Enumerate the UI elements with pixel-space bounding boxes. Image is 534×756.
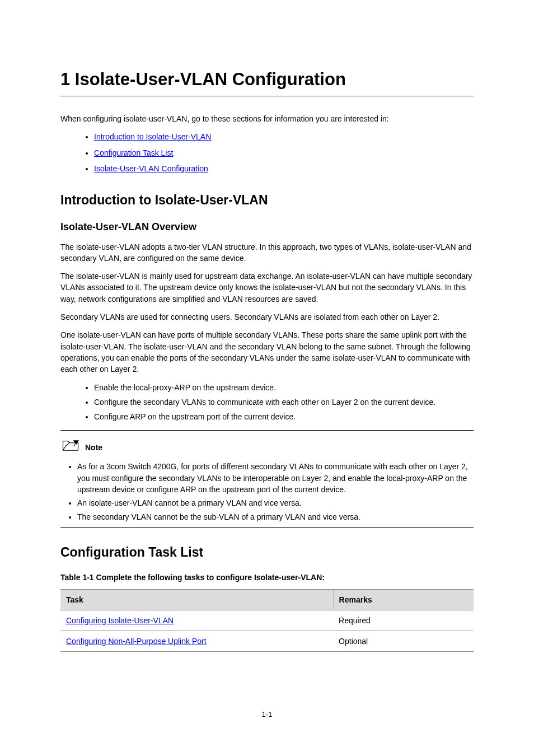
section-heading-tasklist: Configuration Task List (60, 543, 474, 562)
table-caption: Table 1-1 Complete the following tasks t… (60, 572, 474, 583)
table-header-row: Task Remarks (60, 589, 474, 610)
note-divider-bottom (60, 527, 474, 528)
toc-link-intro[interactable]: Introduction to Isolate-User-VLAN (94, 132, 211, 141)
list-item: Enable the local-proxy-ARP on the upstre… (94, 382, 474, 393)
body-paragraph: The isolate-user-VLAN is mainly used for… (60, 270, 474, 305)
note-item: The secondary VLAN cannot be the sub-VLA… (77, 511, 474, 522)
list-item: Configure the secondary VLANs to communi… (94, 396, 474, 408)
section-heading-intro: Introduction to Isolate-User-VLAN (60, 191, 474, 209)
page: 1 Isolate-User-VLAN Configuration When c… (0, 0, 534, 756)
svg-line-0 (74, 443, 76, 446)
toc-link-config[interactable]: Isolate-User-VLAN Configuration (94, 164, 208, 173)
toc-item: Introduction to Isolate-User-VLAN (94, 131, 474, 142)
note-header: Note (60, 438, 474, 453)
note-list: As for a 3com Switch 4200G, for ports of… (60, 461, 474, 522)
tasks-table: Task Remarks Configuring Isolate-User-VL… (60, 589, 474, 652)
note-divider-top (60, 430, 474, 431)
section-subheading-overview: Isolate-User-VLAN Overview (60, 220, 474, 234)
note-label: Note (85, 442, 102, 453)
remarks-cell: Required (333, 610, 474, 631)
note-item: As for a 3com Switch 4200G, for ports of… (77, 461, 474, 495)
toc-item: Isolate-User-VLAN Configuration (94, 163, 474, 174)
body-paragraph: Secondary VLANs are used for connecting … (60, 311, 474, 323)
table-header-task: Task (60, 589, 333, 610)
body-paragraph: The isolate-user-VLAN adopts a two-tier … (60, 241, 474, 264)
table-header-remarks: Remarks (333, 589, 474, 610)
table-row: Configuring Non-All-Purpose Uplink Port … (60, 631, 474, 652)
body-list: Enable the local-proxy-ARP on the upstre… (60, 382, 474, 423)
task-cell: Configuring Non-All-Purpose Uplink Port (60, 631, 333, 652)
toc-link-task-list[interactable]: Configuration Task List (94, 148, 173, 157)
task-link-uplink-port[interactable]: Configuring Non-All-Purpose Uplink Port (66, 637, 207, 646)
body-paragraph: One isolate-user-VLAN can have ports of … (60, 329, 474, 375)
toc-intro: When configuring isolate-user-VLAN, go t… (60, 113, 474, 124)
note-item: An isolate-user-VLAN cannot be a primary… (77, 497, 474, 508)
toc-list: Introduction to Isolate-User-VLAN Config… (60, 131, 474, 174)
chapter-divider (60, 96, 474, 96)
chapter-title: 1 Isolate-User-VLAN Configuration (60, 67, 474, 92)
task-cell: Configuring Isolate-User-VLAN (60, 610, 333, 631)
table-row: Configuring Isolate-User-VLAN Required (60, 610, 474, 631)
task-link-configure-vlan[interactable]: Configuring Isolate-User-VLAN (66, 616, 174, 625)
list-item: Configure ARP on the upstream port of th… (94, 411, 474, 422)
remarks-cell: Optional (333, 631, 474, 652)
page-number: 1-1 (0, 710, 534, 720)
note-icon (60, 438, 81, 453)
toc-item: Configuration Task List (94, 147, 474, 158)
